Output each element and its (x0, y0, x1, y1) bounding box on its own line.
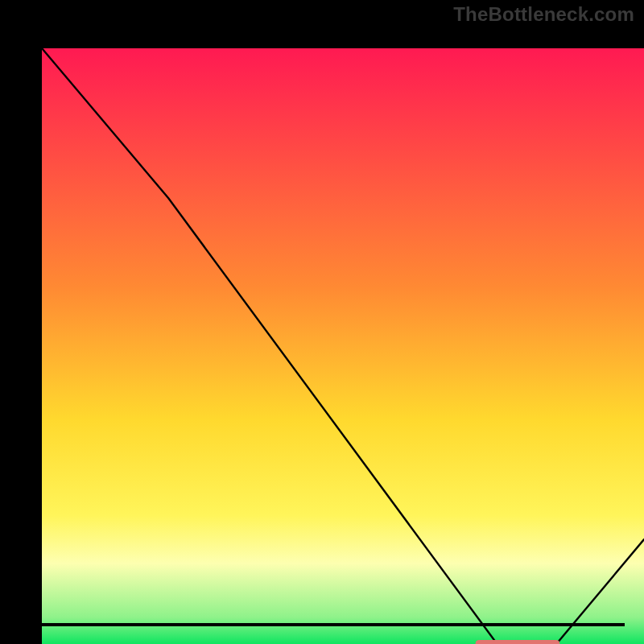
watermark-text: TheBottleneck.com (453, 3, 634, 26)
optimum-band (476, 640, 560, 644)
chart-svg (42, 48, 644, 644)
x-axis (19, 623, 625, 626)
gradient-rect (42, 48, 644, 644)
plot-area (21, 24, 623, 623)
chart-container: TheBottleneck.com (0, 0, 644, 644)
y-axis (19, 21, 23, 626)
